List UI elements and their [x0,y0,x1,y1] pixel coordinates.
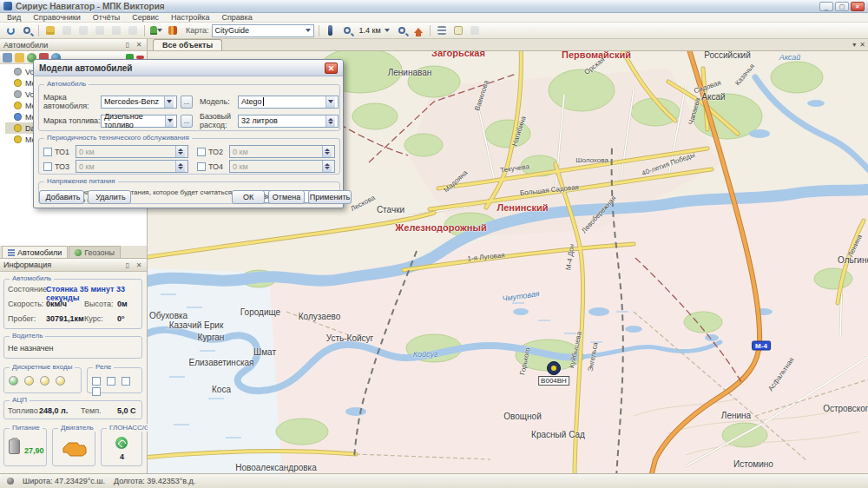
brand-browse-button[interactable]: ... [181,96,193,109]
apply-button[interactable]: Применить [308,190,352,204]
copy-icon [79,26,88,35]
menu-service[interactable]: Сервис [132,13,159,22]
map-select[interactable]: CityGuide [212,24,314,37]
to1-label: ТО1 [55,148,76,156]
fuel-type-select[interactable]: Дизельное топливо [101,115,177,128]
window-title: Сириус Навигатор - МПК Виктория [16,2,165,11]
undo-button[interactable] [93,24,107,37]
search-button[interactable] [20,24,34,37]
mileage-label: Пробег: [8,314,36,323]
tab-all-objects[interactable]: Все объекты [153,39,222,50]
pin-icon[interactable]: ▯ [123,41,132,49]
chevron-down-icon [164,96,174,108]
menu-help[interactable]: Справка [221,13,252,22]
vehicle-marker-plate: В004ВН [538,376,569,386]
led-row [9,376,71,387]
pin-icon[interactable]: ▯ [123,261,132,269]
vehicle-menu-button[interactable] [149,24,163,37]
fuel-browse-button[interactable]: ... [181,115,193,128]
delete-button[interactable]: Удалить [88,190,131,204]
measure-button[interactable] [324,24,338,37]
relay-checkbox[interactable] [107,377,115,386]
vehicle-state-group: Автомобиль Состояние: Стоянка 35 минут 3… [3,279,142,329]
height-value: 0м [117,300,128,308]
add-button[interactable]: Добавить [39,190,84,204]
to3-field[interactable]: 0 км [76,160,188,173]
list-button[interactable] [435,24,449,37]
consumption-spinner[interactable]: 32 литров [238,115,339,128]
home-button[interactable] [411,24,425,37]
state-label: Состояние: [8,285,49,293]
select-icon [470,26,479,35]
layers-button[interactable] [60,24,74,37]
close-icon[interactable]: ✕ [135,261,143,269]
to2-field[interactable]: 0 км [229,145,335,158]
chevron-down-icon[interactable]: ▾ [852,41,856,49]
to4-value: 0 км [233,162,248,171]
discrete-input-led [24,376,34,386]
menu-bar: Вид Справочники Отчёты Сервис Настройка … [0,13,868,23]
main-toolbar: Карта: CityGuide 1.4 км [0,23,868,39]
tab-geozones[interactable]: Геозоны [69,246,121,258]
model-select[interactable]: Atego [238,96,339,109]
tab-vehicles[interactable]: Автомобили [2,246,68,258]
relay-checkbox[interactable] [122,377,130,386]
open-button[interactable] [43,24,57,37]
refresh-button[interactable] [3,24,17,37]
zoom-out-button[interactable] [340,24,354,37]
to2-checkbox[interactable] [197,148,206,156]
group-title: Водитель [10,332,45,340]
search-icon [23,27,30,34]
tab-geozones-label: Геозоны [84,248,115,257]
close-icon[interactable]: ✕ [135,41,143,49]
latitude-value: Широта: 47.23429°с.ш. [23,477,105,485]
copy-button[interactable] [76,24,90,37]
text-cursor [263,97,264,106]
ok-button[interactable]: ОК [232,190,265,204]
menu-view[interactable]: Вид [7,13,21,22]
minimize-button[interactable]: _ [819,2,833,11]
chart-button[interactable] [166,24,180,37]
zoom-in-button[interactable] [395,24,409,37]
close-button[interactable]: ✕ [851,2,865,11]
menu-directories[interactable]: Справочники [33,13,81,22]
menu-reports[interactable]: Отчёты [93,13,120,22]
list-icon [437,26,446,35]
vehicle-marker[interactable]: В004ВН [547,361,561,375]
to3-checkbox[interactable] [43,162,52,171]
info-panel-title: Информация [3,260,51,269]
scale-select[interactable]: 1.4 км [357,24,392,37]
to1-checkbox[interactable] [43,148,52,156]
dialog-title-bar[interactable]: Модели автомобилей ✕ [34,60,343,76]
brand-select[interactable]: Mercedes-Benz [101,96,177,109]
driver-group: Водитель Не назначен [3,336,142,359]
map-tab-strip: Все объекты ▾ ✕ [148,39,868,51]
car-icon [150,26,157,35]
to4-field[interactable]: 0 км [229,160,335,173]
discrete-input-led [40,376,49,386]
add-label: Добавить [46,193,81,201]
edit-button[interactable] [451,24,465,37]
map-select-value: CityGuide [215,26,250,35]
relay-checkbox[interactable] [92,387,101,396]
filter-button[interactable] [126,24,140,37]
table-button[interactable] [109,24,123,37]
undo-icon [95,26,104,35]
maximize-button[interactable]: ▢ [835,2,849,11]
to4-checkbox[interactable] [197,162,206,171]
follow-icon[interactable] [3,53,12,63]
dialog-close-button[interactable]: ✕ [325,63,338,74]
vehicle-status-icon [14,102,22,109]
chart-icon [168,26,177,35]
cancel-button[interactable]: Отмена [268,190,305,204]
globe-icon [75,249,82,256]
select-button[interactable] [468,24,482,37]
relay-checkbox[interactable] [92,377,101,386]
height-label: Высота: [84,300,113,308]
gps-icon [115,437,128,449]
menu-settings[interactable]: Настройка [171,13,209,22]
folder-icon[interactable] [15,53,24,63]
close-icon[interactable]: ✕ [859,41,865,49]
tab-vehicles-label: Автомобили [17,248,62,257]
to1-field[interactable]: 0 км [76,145,188,158]
